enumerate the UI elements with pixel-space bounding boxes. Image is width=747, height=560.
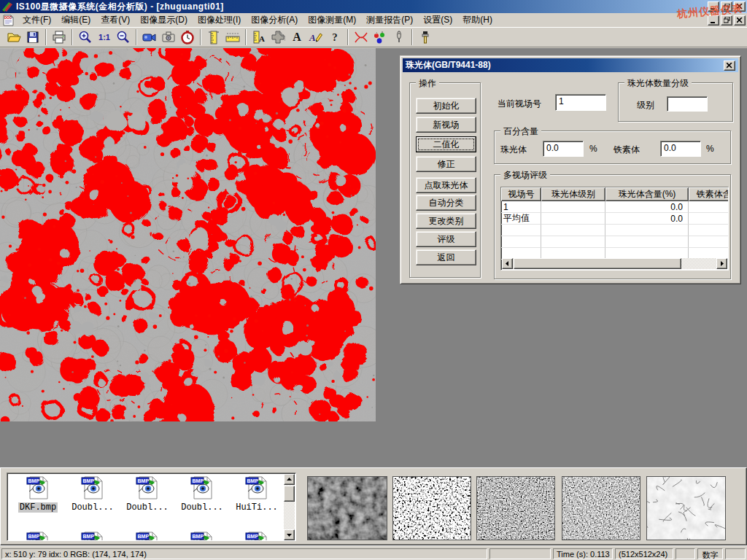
app-icon [1, 1, 13, 12]
file-name[interactable]: DKF.bmp [18, 502, 58, 513]
ruler-horizontal-button[interactable] [223, 28, 242, 46]
help-button[interactable]: ? [325, 28, 344, 46]
menu-image-process[interactable]: 图像处理(I) [193, 12, 246, 28]
print-button[interactable] [50, 28, 69, 46]
markers-button[interactable]: 1 [371, 28, 390, 46]
menu-bar: DOC 文件(F) 编辑(E) 查看(V) 图像显示(D) 图像处理(I) 图像… [0, 13, 747, 27]
table-row[interactable] [501, 236, 728, 248]
vertical-scrollbar[interactable] [284, 474, 295, 540]
document-icon[interactable]: DOC [3, 15, 15, 26]
menu-help[interactable]: 帮助(H) [457, 12, 498, 28]
ruler-vertical-button[interactable] [204, 28, 223, 46]
bmp-file-icon: BMP [190, 532, 214, 541]
timer-button[interactable] [178, 28, 197, 46]
file-item[interactable]: BMP [12, 532, 64, 541]
menu-settings[interactable]: 设置(S) [418, 12, 457, 28]
current-field-input[interactable]: 1 [555, 94, 606, 111]
dialog-title: 珠光体(GB/T9441-88) [406, 59, 491, 71]
thumbnail-5[interactable] [646, 476, 726, 540]
file-item[interactable]: BMP [176, 532, 228, 541]
menu-image-measure[interactable]: 图像测量(M) [303, 12, 361, 28]
menu-image-analysis[interactable]: 图像分析(A) [246, 12, 303, 28]
menu-file[interactable]: 文件(F) [18, 12, 56, 28]
file-list[interactable]: BMPDKF.bmpBMPDoubl...BMPDoubl...BMPDoubl… [7, 472, 296, 541]
menu-view[interactable]: 查看(V) [96, 12, 135, 28]
zoom-out-button[interactable] [114, 28, 133, 46]
video-camera-button[interactable] [140, 28, 159, 46]
thumbnail-3[interactable] [476, 476, 555, 540]
file-item[interactable]: BMPHuiTi... [231, 476, 283, 513]
open-button[interactable] [4, 28, 23, 46]
curve-button[interactable] [352, 28, 371, 46]
correct-button[interactable]: 修正 [416, 156, 476, 172]
measure-text-button[interactable]: A [249, 28, 268, 46]
menu-report[interactable]: 测量报告(P) [361, 12, 418, 28]
file-item[interactable]: BMPDKF.bmp [12, 476, 64, 513]
metallograph-image[interactable] [0, 48, 376, 421]
col-ferrite-percent: 铁素体含量(%) [689, 187, 729, 201]
file-item[interactable]: BMP [231, 532, 283, 541]
scroll-up-button[interactable] [284, 474, 295, 485]
status-empty-1 [489, 548, 551, 559]
new-field-button[interactable]: 新视场 [416, 117, 476, 133]
move-button[interactable] [268, 28, 287, 46]
multi-field-group-label: 多视场评级 [500, 169, 550, 182]
table-row[interactable]: 平均值0.0 [501, 213, 728, 225]
file-name[interactable]: Doubl... [70, 502, 115, 513]
actual-size-button[interactable]: 1:1 [95, 28, 114, 46]
scroll-down-button[interactable] [284, 529, 295, 540]
file-name[interactable]: Doubl... [179, 502, 225, 513]
col-pearlite-percent: 珠光体含量(%) [605, 187, 689, 201]
file-item[interactable]: BMP [121, 532, 174, 541]
file-name[interactable]: Doubl... [125, 502, 170, 513]
thumbnail-1[interactable] [307, 476, 387, 540]
file-item[interactable]: BMPDoubl... [121, 476, 174, 513]
svg-text:BMP: BMP [83, 534, 95, 539]
table-row[interactable]: 10.0 [501, 201, 728, 213]
toolbar-separator [45, 29, 47, 45]
thumbnail-4[interactable] [562, 476, 640, 540]
percent-group-label: 百分含量 [500, 125, 541, 138]
scrollbar-track[interactable] [681, 258, 716, 269]
zoom-in-button[interactable] [76, 28, 95, 46]
thumbnail-2[interactable] [392, 476, 471, 540]
ferrite-label: 铁素体 [614, 144, 640, 156]
operation-group: 操作 初始化 新视场 二值化 修正 点取珠光体 自动分类 更改类别 评级 返回 [409, 82, 481, 278]
pen-button[interactable] [390, 28, 409, 46]
init-button[interactable]: 初始化 [416, 98, 476, 114]
horizontal-scrollbar[interactable] [502, 258, 727, 269]
file-item[interactable]: BMPDoubl... [176, 476, 228, 513]
change-class-button[interactable]: 更改类别 [416, 213, 476, 229]
binarize-button[interactable]: 二值化 [416, 136, 476, 152]
operation-group-label: 操作 [416, 77, 439, 90]
pearlite-percent-input[interactable]: 0.0 [543, 141, 584, 157]
file-item[interactable]: BMPDoubl... [66, 476, 119, 513]
pick-pearlite-button[interactable]: 点取珠光体 [416, 177, 476, 193]
scrollbar-thumb[interactable] [284, 486, 295, 502]
text-edit-button[interactable]: A [306, 28, 325, 46]
svg-text:BMP: BMP [247, 478, 259, 483]
mdi-close-button[interactable] [734, 15, 746, 26]
file-item[interactable]: BMP [66, 532, 119, 541]
menu-edit[interactable]: 编辑(E) [56, 12, 96, 28]
return-button[interactable]: 返回 [416, 249, 476, 265]
camera-button[interactable] [159, 28, 178, 46]
grade-level-input[interactable] [667, 96, 708, 112]
brush-button[interactable] [416, 28, 435, 46]
grade-level-label: 级别 [637, 99, 654, 112]
file-name[interactable]: HuiTi... [234, 502, 279, 513]
grade-button[interactable]: 评级 [416, 231, 476, 247]
save-button[interactable] [23, 28, 42, 46]
ferrite-percent-input[interactable]: 0.0 [660, 141, 701, 157]
table-row[interactable] [501, 225, 728, 236]
scroll-right-button[interactable] [716, 258, 727, 269]
toolbar-separator [200, 29, 201, 45]
rating-table[interactable]: 视场号 珠光体级别 珠光体含量(%) 铁素体含量(%) 10.0 平均值0.0 [500, 187, 729, 271]
dialog-close-button[interactable] [724, 61, 735, 71]
svg-text:BMP: BMP [138, 534, 150, 539]
menu-image-display[interactable]: 图像显示(D) [135, 12, 193, 28]
auto-classify-button[interactable]: 自动分类 [416, 195, 476, 211]
text-button[interactable]: A [287, 28, 306, 46]
scrollbar-thumb[interactable] [514, 258, 681, 269]
scroll-left-button[interactable] [502, 258, 513, 269]
